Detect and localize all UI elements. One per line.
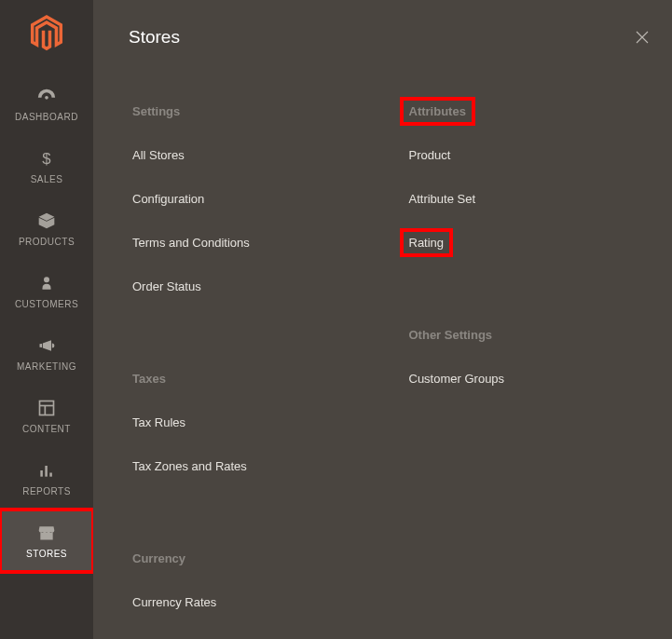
dollar-icon: $ [37,148,56,169]
group-heading-currency: Currency [129,550,189,567]
gauge-icon [36,86,57,106]
bars-icon [37,460,56,481]
spacer [129,321,377,370]
menu-link-customer-groups[interactable]: Customer Groups [405,370,509,387]
group-heading-other-settings: Other Settings [405,326,497,344]
sidebar-item-marketing[interactable]: MARKETING [0,322,93,385]
store-icon [36,523,57,543]
svg-point-2 [44,277,49,282]
panel-title: Stores [129,27,180,48]
svg-rect-7 [45,466,48,477]
close-icon[interactable] [631,26,653,48]
menu-link-terms[interactable]: Terms and Conditions [129,234,254,252]
sidebar-item-products[interactable]: PRODUCTS [0,197,93,260]
sidebar-item-stores[interactable]: STORES [0,510,93,572]
sidebar-item-label: CONTENT [22,424,71,434]
panel-column-right: AttributesProductAttribute SetRatingOthe… [396,102,654,637]
svg-text:$: $ [42,150,51,168]
stores-panel: Stores SettingsAll StoresConfigurationTe… [93,0,672,639]
group-heading-taxes: Taxes [129,370,170,387]
menu-link-tax-zones[interactable]: Tax Zones and Rates [129,457,251,475]
svg-point-0 [45,96,48,100]
sidebar-item-label: CUSTOMERS [15,299,78,309]
menu-link-all-stores[interactable]: All Stores [129,146,188,164]
sidebar-item-content[interactable]: CONTENT [0,385,93,447]
sidebar-item-label: DASHBOARD [15,112,78,122]
sidebar-item-customers[interactable]: CUSTOMERS [0,260,93,322]
group-heading-settings: Settings [129,102,184,120]
megaphone-icon [36,335,57,356]
sidebar-item-label: SALES [31,174,63,184]
sidebar-item-dashboard[interactable]: DASHBOARD [0,73,93,135]
menu-link-currency-rates[interactable]: Currency Rates [129,593,220,611]
sidebar-item-label: STORES [26,549,67,559]
menu-link-order-status[interactable]: Order Status [129,278,205,295]
svg-rect-3 [40,401,54,415]
sidebar: DASHBOARD$SALESPRODUCTSCUSTOMERSMARKETIN… [0,0,93,639]
menu-link-rating[interactable]: Rating [405,234,448,252]
layout-icon [37,398,56,418]
sidebar-item-label: PRODUCTS [19,237,75,247]
menu-link-product[interactable]: Product [405,146,455,164]
menu-link-attribute-set[interactable]: Attribute Set [405,190,480,208]
sidebar-item-label: REPORTS [22,486,71,496]
menu-link-configuration[interactable]: Configuration [129,190,208,208]
panel-column-left: SettingsAll StoresConfigurationTerms and… [129,102,396,637]
group-heading-attributes: Attributes [405,102,470,120]
spacer [405,278,654,326]
menu-link-tax-rules[interactable]: Tax Rules [129,414,189,431]
sidebar-item-sales[interactable]: $SALES [0,135,93,197]
sidebar-item-reports[interactable]: REPORTS [0,447,93,510]
magento-logo[interactable] [28,13,65,54]
svg-rect-6 [40,470,43,477]
sidebar-item-label: MARKETING [17,361,76,372]
spacer [129,501,377,550]
person-icon [38,273,55,293]
svg-rect-8 [49,473,52,477]
box-icon [37,211,56,231]
